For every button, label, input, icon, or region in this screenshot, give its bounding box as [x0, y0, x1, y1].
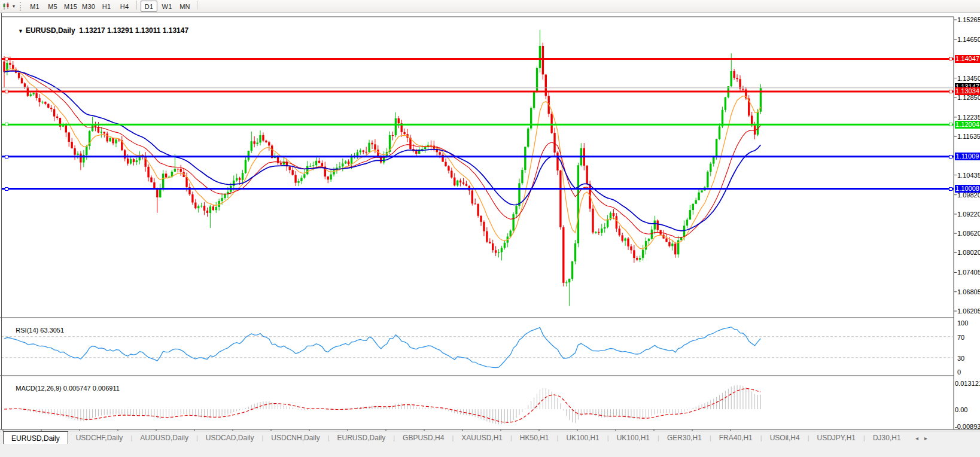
hline-handle-right[interactable]	[949, 57, 952, 60]
chart-tool-caret-icon: ▾	[13, 4, 15, 9]
price-axis-label: 1.08620	[957, 230, 980, 237]
timeframe-button-mn[interactable]: MN	[176, 1, 193, 12]
toolbar-grip[interactable]	[20, 2, 23, 11]
mini-candles-icon	[2, 2, 11, 10]
symbol-dropdown-icon[interactable]: ▼	[18, 28, 23, 34]
chart-tab-dj30-h1[interactable]: DJ30,H1	[865, 431, 909, 444]
chart-title[interactable]: ▼EURUSD,Daily 1.13217 1.13291 1.13011 1.…	[6, 18, 188, 43]
hline-handle-left[interactable]	[5, 57, 8, 60]
timeframe-toolbar: ▾ M1M5M15M30H1H4D1W1MN	[0, 0, 980, 13]
chart-tab-uk100-h1[interactable]: UK100,H1	[609, 431, 658, 444]
macd-label: MACD(12,26,9) 0.005747 0.006911	[5, 377, 120, 399]
timeframe-button-h4[interactable]: H4	[116, 1, 133, 12]
chart-tab-eurusd-daily[interactable]: EURUSD,Daily	[3, 431, 68, 444]
hline-badge-1.11009: 1.11009	[955, 153, 980, 160]
rsi-panel	[1, 327, 954, 368]
hline-handle-right[interactable]	[949, 90, 952, 93]
chart-tab-usdcad-daily[interactable]: USDCAD,Daily	[198, 431, 262, 444]
candles-layer	[4, 30, 760, 306]
status-strip	[0, 444, 980, 457]
rsi-axis-label: 0	[957, 368, 980, 376]
chart-window: ▼EURUSD,Daily 1.13217 1.13291 1.13011 1.…	[0, 13, 980, 457]
hline-handle-right[interactable]	[949, 123, 952, 126]
price-axis-label: 1.12235	[957, 114, 980, 121]
ma-line-34	[4, 71, 760, 231]
timeframe-button-m30[interactable]: M30	[80, 1, 97, 12]
chart-symbol: EURUSD,Daily	[26, 26, 75, 35]
hline-handle-left[interactable]	[5, 90, 8, 93]
panel-borders	[0, 17, 980, 429]
price-axis-label: 1.06205	[957, 307, 980, 315]
price-axis-label: 1.15265	[957, 16, 980, 23]
chart-tab-hk50-h1[interactable]: HK50,H1	[512, 431, 557, 444]
hline-handle-left[interactable]	[5, 155, 8, 159]
hline-handle-right[interactable]	[949, 155, 952, 159]
timeframe-button-m15[interactable]: M15	[62, 1, 79, 12]
rsi-label: RSI(14) 63.3051	[5, 319, 64, 341]
chart-tool-button[interactable]: ▾	[0, 0, 19, 13]
timeframe-button-d1[interactable]: D1	[141, 1, 157, 12]
tab-scroll-left-icon[interactable]: ◂	[915, 435, 918, 441]
chart-tab-audusd-daily[interactable]: AUDUSD,Daily	[132, 431, 196, 444]
hline-badge-1.10008: 1.10008	[955, 185, 980, 193]
price-axis-label: 1.07405	[957, 269, 980, 276]
hline-badge-1.13034: 1.13034	[955, 87, 980, 95]
chart-tab-ger30-h1[interactable]: GER30,H1	[659, 431, 710, 444]
price-axis-label: 1.13450	[957, 75, 980, 82]
chart-tab-usdcnh-daily[interactable]: USDCNH,Daily	[263, 431, 327, 444]
price-axis-label: 1.10435	[957, 172, 980, 179]
timeframe-buttons: M1M5M15M30H1H4D1W1MN	[26, 1, 200, 12]
chart-tab-xauusd-h1[interactable]: XAUUSD,H1	[454, 431, 510, 444]
hline-badge-1.14047: 1.14047	[955, 55, 980, 63]
rsi-name: RSI(14)	[16, 327, 38, 334]
price-axis-label: 1.06805	[957, 288, 980, 295]
chart-tab-gbpusd-h4[interactable]: GBPUSD,H4	[395, 431, 452, 444]
macd-axis-label: 0.013121	[955, 380, 980, 387]
macd-axis-label: 0.00	[955, 406, 980, 413]
timeframe-button-h1[interactable]: H1	[98, 1, 115, 12]
axis-ticks	[954, 20, 957, 311]
hline-handle-left[interactable]	[5, 123, 8, 126]
price-axis-label: 1.09220	[957, 211, 980, 218]
rsi-axis-label: 30	[957, 355, 980, 362]
macd-axis-label: -0.008933	[955, 423, 980, 430]
chart-ohlc-values: 1.13217 1.13291 1.13011 1.13147	[79, 26, 188, 35]
rsi-value: 63.3051	[40, 327, 64, 334]
chart-tab-uk100-h1[interactable]: UK100,H1	[558, 431, 607, 444]
chart-tab-fra40-h1[interactable]: FRA40,H1	[711, 431, 760, 444]
ma-line-8	[4, 69, 760, 249]
price-axis-label: 1.14650	[957, 36, 980, 43]
hline-handle-left[interactable]	[5, 187, 8, 191]
toolbar-separator	[197, 1, 197, 10]
mt4-terminal: ▾ M1M5M15M30H1H4D1W1MN ▼EURUSD,Daily 1.1…	[0, 0, 980, 457]
window-left-border	[1, 13, 2, 429]
macd-name: MACD(12,26,9)	[16, 385, 61, 392]
macd-values: 0.005747 0.006911	[63, 385, 120, 392]
rsi-line	[4, 327, 760, 368]
chart-tab-usdchf-daily[interactable]: USDCHF,Daily	[68, 431, 131, 444]
chart-tab-usdjpy-h1[interactable]: USDJPY,H1	[809, 431, 863, 444]
timeframe-button-w1[interactable]: W1	[159, 1, 175, 12]
rsi-axis-label: 70	[957, 334, 980, 341]
rsi-axis-label: 100	[957, 319, 980, 327]
chart-tab-bar: EURUSD,DailyUSDCHF,Daily|AUDUSD,Daily|US…	[0, 431, 980, 444]
chart-tabs: EURUSD,DailyUSDCHF,Daily|AUDUSD,Daily|US…	[0, 431, 909, 444]
tab-scroll-right-icon[interactable]: ▸	[924, 435, 927, 441]
price-axis-label: 1.08020	[957, 249, 980, 256]
chart-canvas[interactable]	[0, 13, 980, 457]
chart-tab-usoil-h4[interactable]: USOil,H4	[762, 431, 808, 444]
toolbar-separator	[136, 1, 137, 10]
hline-badge-1.12004: 1.12004	[955, 121, 980, 129]
chart-tab-eurusd-daily[interactable]: EURUSD,Daily	[330, 431, 394, 444]
hline-handle-right[interactable]	[949, 187, 952, 191]
tab-scroll-arrows: ◂ ▸	[915, 431, 927, 444]
price-axis-label: 1.11635	[957, 133, 980, 140]
timeframe-button-m5[interactable]: M5	[44, 1, 61, 12]
timeframe-button-m1[interactable]: M1	[26, 1, 43, 12]
